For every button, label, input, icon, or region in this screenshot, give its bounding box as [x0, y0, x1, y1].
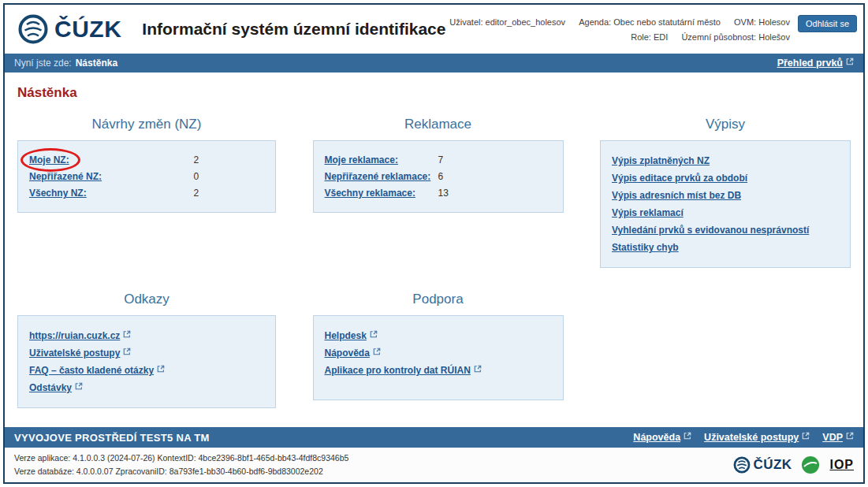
breadcrumb-bar: Nyní jste zde: Nástěnka Přehled prvků — [5, 54, 863, 72]
vsechny-nz-count: 2 — [194, 188, 199, 199]
ovm-value: Holesov — [758, 17, 790, 27]
footer-uzivatelske-postupy-link[interactable]: Uživatelské postupy — [704, 432, 810, 443]
section-title-podpora: Podpora — [313, 292, 564, 307]
list-item: Statistiky chyb — [612, 242, 839, 253]
external-link-icon — [123, 348, 131, 355]
uzivatelske-postupy-link[interactable]: Uživatelské postupy — [29, 348, 131, 359]
breadcrumb-current: Nástěnka — [76, 58, 117, 69]
app-window: ČÚZK Informační systém územní identifika… — [3, 3, 865, 484]
list-item: Výpis editace prvků za období — [612, 173, 839, 184]
list-item: Odstávky — [29, 382, 264, 393]
neprirazene-nz-link[interactable]: Nepřiřazené NZ: — [29, 171, 102, 182]
column-podpora: Podpora Helpdesk Nápověda Aplikace pro k… — [313, 279, 564, 400]
prehled-prvku-label: Přehled prvků — [777, 58, 843, 69]
table-row: Všechny NZ: 2 — [29, 188, 264, 199]
breadcrumb-prefix: Nyní jste zde: — [14, 58, 72, 69]
prehled-prvku-link[interactable]: Přehled prvků — [777, 58, 854, 69]
user-info-line2: Role: EDI Územní působnost: Holešov — [449, 30, 790, 45]
list-item: Uživatelské postupy — [29, 348, 264, 359]
link-label: Uživatelské postupy — [704, 432, 799, 443]
pusobnost-label: Územní působnost: — [681, 32, 756, 42]
external-link-icon — [802, 432, 810, 440]
page-title: Nástěnka — [17, 85, 851, 101]
dashboard-row-1: Návrhy změn (NZ) Moje NZ: 2 Nepřiřazené … — [17, 104, 851, 268]
footer-logos: ČÚZK IOP — [733, 455, 854, 474]
link-label: Nápověda — [325, 348, 370, 359]
link-label: Nápověda — [633, 432, 680, 443]
cuzk-globe-icon — [17, 13, 49, 45]
external-link-icon — [123, 330, 131, 338]
role-label: Role: — [631, 32, 651, 42]
table-row: Moje NZ: 2 — [29, 154, 264, 165]
neprirazene-reklamace-count: 6 — [438, 171, 444, 182]
ovm-label: OVM: — [734, 17, 756, 27]
vypis-adresnich-mist-link[interactable]: Výpis adresních míst bez DB — [612, 190, 741, 201]
cuzk-logo-text: ČÚZK — [754, 457, 792, 473]
statistiky-chyb-link[interactable]: Statistiky chyb — [612, 242, 679, 253]
vsechny-reklamace-count: 13 — [438, 188, 449, 199]
version-info-strip: Verze aplikace: 4.1.0.0.3 (2024-07-26) K… — [5, 448, 863, 482]
odstavky-link[interactable]: Odstávky — [29, 382, 83, 393]
link-label: FAQ – často kladené otázky — [29, 365, 154, 376]
green-circle-logo — [801, 455, 820, 474]
ruian-web-link[interactable]: https://ruian.cuzk.cz — [29, 330, 131, 341]
list-item: Nápověda — [325, 348, 552, 359]
iop-link[interactable]: IOP — [829, 458, 854, 472]
external-link-icon — [373, 348, 381, 355]
link-label: Uživatelské postupy — [29, 348, 120, 359]
footer-links: Nápověda Uživatelské postupy VDP — [633, 432, 854, 443]
section-title-vypisy: Výpisy — [600, 117, 851, 132]
list-item: Vyhledání prvků s evidovanou nesprávnost… — [612, 225, 839, 236]
panel-reklamace: Moje reklamace: 7 Nepřiřazené reklamace:… — [313, 140, 564, 213]
aplikace-kontroly-ruian-link[interactable]: Aplikace pro kontroly dat RÚIAN — [325, 365, 482, 376]
external-link-icon — [846, 58, 854, 65]
external-link-icon — [474, 365, 482, 373]
vypis-editace-prvku-link[interactable]: Výpis editace prvků za období — [612, 173, 747, 184]
user-info: Uživatel: editor_obec_holesov Agenda: Ob… — [449, 15, 790, 44]
role-value: EDI — [654, 32, 668, 42]
napoveda-link[interactable]: Nápověda — [325, 348, 381, 359]
agenda-label: Agenda: — [579, 17, 611, 27]
external-link-icon — [846, 432, 854, 440]
panel-nz: Moje NZ: 2 Nepřiřazené NZ: 0 Všechny NZ:… — [17, 140, 276, 213]
moje-nz-link[interactable]: Moje NZ: — [29, 154, 69, 165]
vsechny-nz-link[interactable]: Všechny NZ: — [29, 188, 87, 199]
external-link-icon — [684, 432, 691, 440]
vypis-zplatnenych-nz-link[interactable]: Výpis zplatněných NZ — [612, 155, 710, 166]
logout-button[interactable]: Odhlásit se — [798, 15, 857, 32]
link-label: https://ruian.cuzk.cz — [29, 330, 120, 341]
section-title-nz: Návrhy změn (NZ) — [17, 117, 276, 132]
footer-napoveda-link[interactable]: Nápověda — [633, 432, 691, 443]
vypis-reklamaci-link[interactable]: Výpis reklamací — [612, 207, 684, 218]
list-item: Výpis adresních míst bez DB — [612, 190, 839, 201]
cuzk-logo-text: ČÚZK — [54, 16, 121, 43]
section-title-reklamace: Reklamace — [313, 117, 564, 132]
link-label: Helpdesk — [325, 330, 367, 341]
column-vypisy: Výpisy Výpis zplatněných NZ Výpis editac… — [600, 104, 851, 268]
list-item: Výpis reklamací — [612, 207, 839, 218]
vsechny-reklamace-link[interactable]: Všechny reklamace: — [325, 188, 415, 199]
faq-link[interactable]: FAQ – často kladené otázky — [29, 365, 165, 376]
vyhledani-prvku-link[interactable]: Vyhledání prvků s evidovanou nesprávnost… — [612, 225, 809, 236]
panel-podpora: Helpdesk Nápověda Aplikace pro kontroly … — [313, 315, 564, 400]
table-row: Moje reklamace: 7 — [325, 154, 552, 165]
pusobnost-value: Holešov — [758, 32, 790, 42]
table-row: Nepřiřazené NZ: 0 — [29, 171, 264, 182]
footer-cuzk-logo: ČÚZK — [733, 456, 792, 474]
user-value: editor_obec_holesov — [486, 17, 566, 27]
cuzk-globe-icon — [733, 456, 751, 474]
external-link-icon — [75, 382, 83, 390]
column-odkazy: Odkazy https://ruian.cuzk.cz Uživatelské… — [17, 279, 276, 408]
moje-reklamace-count: 7 — [438, 154, 444, 165]
table-row: Všechny reklamace: 13 — [325, 188, 552, 199]
panel-odkazy: https://ruian.cuzk.cz Uživatelské postup… — [17, 315, 276, 408]
moje-reklamace-link[interactable]: Moje reklamace: — [325, 154, 398, 165]
footer-vdp-link[interactable]: VDP — [822, 432, 854, 443]
neprirazene-reklamace-link[interactable]: Nepřiřazené reklamace: — [325, 171, 431, 182]
cuzk-logo: ČÚZK — [17, 13, 121, 45]
header: ČÚZK Informační systém územní identifika… — [5, 5, 863, 54]
app-title: Informační systém územní identifikace — [142, 20, 445, 39]
environment-bar: VYVOJOVE PROSTŘEDÍ TEST5 NA TM Nápověda … — [5, 427, 863, 448]
helpdesk-link[interactable]: Helpdesk — [325, 330, 378, 341]
list-item: Aplikace pro kontroly dat RÚIAN — [325, 365, 552, 376]
